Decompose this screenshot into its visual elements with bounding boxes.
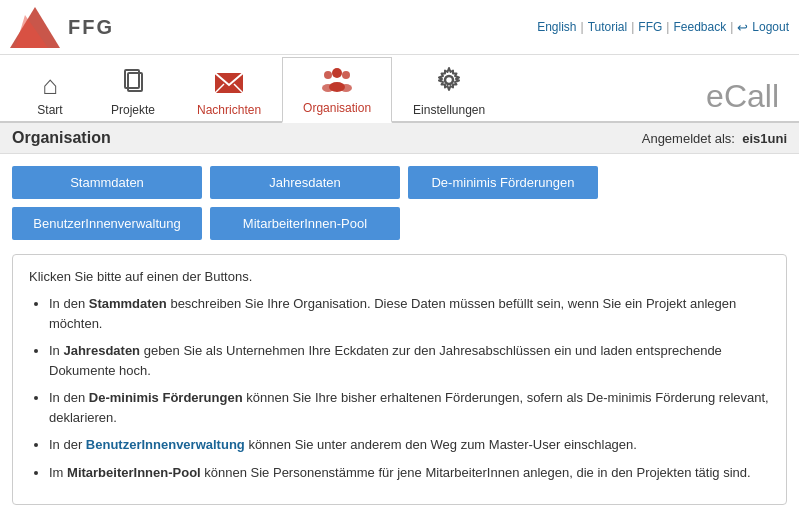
info-list: In den Stammdaten beschreiben Sie Ihre O…	[29, 294, 770, 482]
nav-organisation-label: Organisation	[303, 101, 371, 115]
list-item: In Jahresdaten geben Sie als Unternehmen…	[49, 341, 770, 380]
nav-projekte-label: Projekte	[111, 103, 155, 117]
nav-einstellungen[interactable]: Einstellungen	[392, 57, 506, 123]
gear-icon	[435, 66, 463, 101]
home-icon	[42, 69, 58, 101]
top-bar: FFG English | Tutorial | FFG | Feedback …	[0, 0, 799, 55]
stammdaten-button[interactable]: Stammdaten	[12, 166, 202, 199]
list-item: In den Stammdaten beschreiben Sie Ihre O…	[49, 294, 770, 333]
nav-einstellungen-label: Einstellungen	[413, 103, 485, 117]
ffg-logo-icon	[10, 5, 60, 50]
mitarbeiter-button[interactable]: MitarbeiterInnen-Pool	[210, 207, 400, 240]
nav-start[interactable]: Start	[10, 60, 90, 123]
main-content: Stammdaten Jahresdaten De-minimis Förder…	[0, 154, 799, 513]
english-link[interactable]: English	[537, 20, 576, 34]
ecall-title: eCall	[706, 78, 789, 121]
logo-text: FFG	[68, 16, 114, 39]
svg-point-13	[445, 76, 453, 84]
ffg-link[interactable]: FFG	[638, 20, 662, 34]
benutzerverwaltung-button[interactable]: BenutzerInnenverwaltung	[12, 207, 202, 240]
username: eis1uni	[742, 131, 787, 146]
feedback-link[interactable]: Feedback	[673, 20, 726, 34]
people-icon	[320, 66, 354, 99]
page-title: Organisation	[12, 129, 111, 147]
logout-icon	[737, 20, 748, 35]
nav-nachrichten-label: Nachrichten	[197, 103, 261, 117]
logged-in-info: Angemeldet als: eis1uni	[642, 131, 787, 146]
info-box: Klicken Sie bitte auf einen der Buttons.…	[12, 254, 787, 505]
deminimis-button[interactable]: De-minimis Förderungen	[408, 166, 598, 199]
page-header: Organisation Angemeldet als: eis1uni	[0, 123, 799, 154]
top-links: English | Tutorial | FFG | Feedback | Lo…	[537, 20, 789, 35]
jahresdaten-button[interactable]: Jahresdaten	[210, 166, 400, 199]
nav-projekte[interactable]: Projekte	[90, 58, 176, 123]
mail-icon	[214, 69, 244, 101]
tutorial-link[interactable]: Tutorial	[588, 20, 628, 34]
nav-organisation[interactable]: Organisation	[282, 57, 392, 123]
nav-nachrichten[interactable]: Nachrichten	[176, 60, 282, 123]
nav-start-label: Start	[37, 103, 62, 117]
svg-point-12	[340, 84, 352, 92]
nav-bar: Start Projekte Nachrichten	[0, 55, 799, 123]
logo-area: FFG	[10, 5, 114, 50]
svg-point-8	[324, 71, 332, 79]
svg-point-7	[332, 68, 342, 78]
list-item: Im MitarbeiterInnen-Pool können Sie Pers…	[49, 463, 770, 483]
info-intro: Klicken Sie bitte auf einen der Buttons.	[29, 269, 770, 284]
list-item: In der BenutzerInnenverwaltung können Si…	[49, 435, 770, 455]
svg-point-11	[322, 84, 334, 92]
svg-point-9	[342, 71, 350, 79]
logged-in-label: Angemeldet als:	[642, 131, 735, 146]
list-item: In den De-minimis Förderungen können Sie…	[49, 388, 770, 427]
logout-link[interactable]: Logout	[752, 20, 789, 34]
action-buttons: Stammdaten Jahresdaten De-minimis Förder…	[12, 166, 787, 240]
pages-icon	[119, 67, 147, 101]
